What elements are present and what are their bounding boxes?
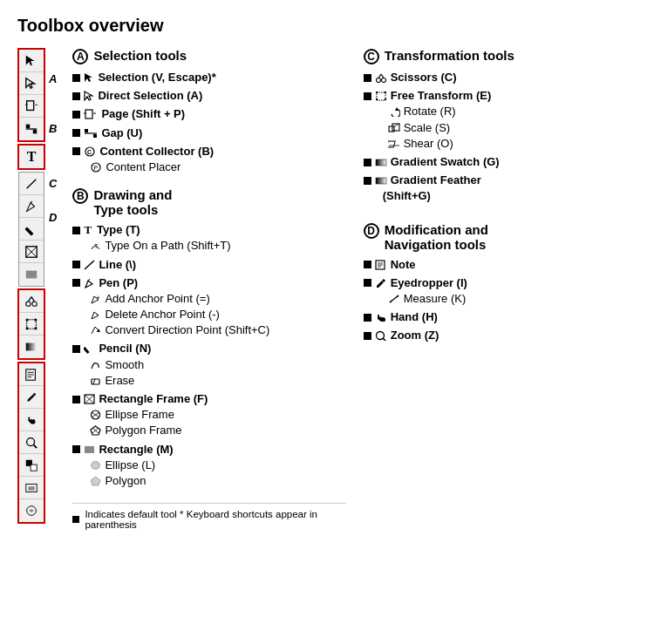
list-item: Gradient Feather (Shift+G) bbox=[364, 173, 637, 204]
gradient-swatch-tool[interactable] bbox=[19, 336, 44, 358]
convert-direction-icon bbox=[90, 325, 101, 336]
svg-rect-2 bbox=[27, 100, 34, 110]
toolbox-group-type: T bbox=[17, 144, 45, 170]
left-section: A Selection tools Selection (V, Escape)* bbox=[72, 48, 345, 530]
hand-tool[interactable] bbox=[19, 409, 44, 431]
tool-main: Eyedropper (I) bbox=[364, 275, 637, 291]
tool-label: Zoom (Z) bbox=[391, 328, 439, 343]
default-tool-indicator bbox=[72, 92, 80, 100]
tool-sub-smooth: Smooth bbox=[72, 357, 345, 373]
svg-marker-37 bbox=[85, 73, 92, 82]
free-transform-tool[interactable] bbox=[19, 313, 44, 336]
tool-sub-convert: Convert Direction Point (Shift+C) bbox=[72, 322, 345, 338]
eyedropper-tool[interactable] bbox=[19, 386, 44, 409]
tool-label: Type (T) bbox=[97, 222, 140, 238]
tool-main: Gradient Swatch (G) bbox=[364, 154, 637, 170]
tool-sub-ellipse: Ellipse (L) bbox=[72, 458, 345, 473]
tool-sub: T Type On a Path (Shift+T) bbox=[72, 238, 345, 254]
tool-main: Gradient Feather bbox=[364, 173, 637, 188]
svg-rect-78 bbox=[385, 98, 386, 100]
section-d-title: D Modification andNavigation tools bbox=[364, 222, 637, 252]
sub-label: Smooth bbox=[105, 357, 144, 373]
color-swatch-tool[interactable] bbox=[19, 454, 44, 477]
list-item: Line (\) bbox=[72, 257, 345, 273]
svg-marker-38 bbox=[85, 92, 92, 100]
svg-line-8 bbox=[27, 179, 37, 188]
tool-label: Eyedropper (I) bbox=[391, 275, 467, 291]
svg-rect-83 bbox=[388, 141, 395, 147]
svg-line-73 bbox=[381, 74, 384, 78]
shear-icon bbox=[388, 139, 400, 149]
svg-text:+: + bbox=[96, 294, 100, 302]
svg-rect-6 bbox=[26, 125, 30, 128]
toolbox-group-c bbox=[17, 288, 45, 360]
rectangle-icon bbox=[84, 444, 95, 455]
footnote-text: Indicates default tool * Keyboard shortc… bbox=[85, 509, 345, 530]
tool-main: Pencil (N) bbox=[72, 341, 345, 356]
tool-label: Hand (H) bbox=[391, 309, 438, 325]
note-tool[interactable] bbox=[19, 363, 44, 386]
direct-selection-icon bbox=[84, 91, 94, 101]
tool-sub-delete-anchor: - Delete Anchor Point (-) bbox=[72, 307, 345, 322]
list-item: Gap (U) bbox=[72, 125, 345, 141]
rotate-icon bbox=[388, 106, 400, 117]
hand-icon bbox=[375, 312, 387, 322]
tool-main: Note bbox=[364, 257, 637, 273]
group-label-c: C bbox=[49, 177, 57, 190]
tool-sub-measure: Measure (K) bbox=[364, 291, 637, 307]
svg-line-18 bbox=[31, 296, 35, 301]
svg-rect-77 bbox=[376, 98, 378, 100]
svg-rect-10 bbox=[24, 227, 33, 235]
svg-rect-33 bbox=[31, 464, 37, 471]
default-tool-indicator bbox=[364, 177, 371, 185]
line-tool[interactable] bbox=[19, 173, 44, 195]
sub-label: Measure (K) bbox=[404, 291, 467, 307]
svg-line-57 bbox=[93, 379, 95, 384]
sub-label: Ellipse (L) bbox=[105, 458, 155, 473]
direct-selection-tool[interactable] bbox=[19, 72, 44, 95]
default-tool-indicator bbox=[72, 227, 80, 234]
extra-tool-2[interactable] bbox=[19, 499, 44, 522]
extra-tool-1[interactable] bbox=[19, 477, 44, 499]
svg-rect-74 bbox=[377, 92, 385, 100]
section-d: D Modification andNavigation tools Note bbox=[364, 222, 637, 344]
svg-line-72 bbox=[378, 74, 381, 78]
rectangle-tool[interactable] bbox=[19, 263, 44, 286]
list-item: Rectangle (M) Ellipse (L) Polygon bbox=[72, 442, 345, 490]
pen-tool[interactable] bbox=[19, 195, 44, 218]
tool-sub-polygon-frame: Polygon Frame bbox=[72, 423, 345, 438]
sub-label: Rotate (R) bbox=[404, 104, 456, 119]
default-tool-indicator bbox=[72, 279, 80, 287]
tool-main: Hand (H) bbox=[364, 309, 637, 325]
svg-line-17 bbox=[28, 296, 31, 301]
main-content: A Selection tools Selection (V, Escape)* bbox=[72, 48, 637, 530]
svg-rect-76 bbox=[385, 92, 386, 93]
gap-tool[interactable] bbox=[19, 118, 44, 140]
group-label-a: A bbox=[49, 72, 57, 85]
tool-label: Direct Selection (A) bbox=[98, 88, 202, 104]
sub-label: Content Placer bbox=[106, 159, 181, 175]
selection-tool[interactable] bbox=[19, 50, 44, 72]
section-c: C Transformation tools Scissors (C) bbox=[364, 48, 637, 205]
section-b-label: Drawing andType tools bbox=[93, 187, 172, 217]
rectangle-frame-tool[interactable] bbox=[19, 241, 44, 263]
section-c-letter: C bbox=[364, 49, 379, 64]
type-tool[interactable]: T bbox=[19, 146, 44, 168]
section-b-list: T Type (T) T Type On a Path (Shift+T) bbox=[72, 222, 345, 489]
tool-main: Free Transform (E) bbox=[364, 88, 637, 104]
rect-frame-icon bbox=[84, 394, 95, 404]
list-item: Pencil (N) Smooth Erase bbox=[72, 341, 345, 389]
zoom-tool[interactable] bbox=[19, 431, 44, 454]
pencil-tool[interactable] bbox=[19, 218, 44, 241]
tool-main: T Type (T) bbox=[72, 222, 345, 238]
svg-rect-24 bbox=[26, 343, 37, 351]
content-placer-icon: P bbox=[90, 162, 102, 173]
svg-rect-7 bbox=[33, 130, 37, 133]
svg-rect-81 bbox=[392, 124, 399, 131]
list-item: Selection (V, Escape)* bbox=[72, 70, 345, 85]
list-item: Gradient Swatch (G) bbox=[364, 154, 637, 170]
default-tool-indicator bbox=[72, 445, 80, 453]
page-tool[interactable] bbox=[19, 95, 44, 118]
content-area: T bbox=[17, 48, 637, 530]
scissors-tool[interactable] bbox=[19, 290, 44, 313]
